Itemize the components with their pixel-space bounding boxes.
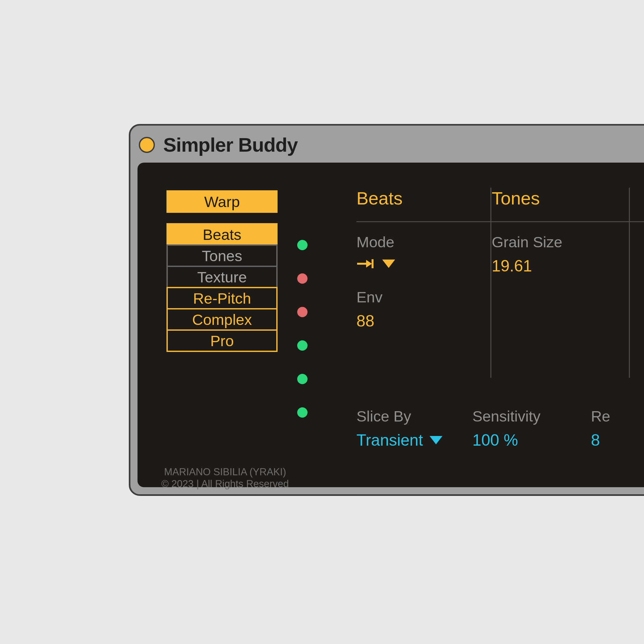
- sliceby-block: Slice By Transient: [356, 407, 472, 450]
- value-regions[interactable]: 8: [591, 431, 644, 450]
- label-mode: Mode: [356, 233, 475, 251]
- value-env[interactable]: 88: [356, 312, 475, 330]
- plugin-window: Simpler Buddy Warp Beats Tones Texture R…: [129, 124, 644, 496]
- chevron-down-icon: [430, 436, 442, 444]
- sliceby-value: Transient: [356, 431, 423, 450]
- heading-beats: Beats: [356, 188, 475, 220]
- heading-tones: Tones: [492, 188, 613, 220]
- value-sensitivity[interactable]: 100 %: [472, 431, 574, 450]
- mode-button-complex[interactable]: Complex: [166, 308, 278, 331]
- svg-marker-1: [366, 260, 372, 268]
- titlebar: Simpler Buddy: [130, 126, 644, 164]
- led-beats: [297, 240, 308, 250]
- transient-loop-icon: [356, 258, 374, 270]
- device-panel: Warp Beats Tones Texture Re-Pitch Comple…: [137, 163, 644, 487]
- mode-button-repitch[interactable]: Re-Pitch: [166, 287, 278, 309]
- device-title: Simpler Buddy: [163, 134, 298, 156]
- sensitivity-block: Sensitivity 100 %: [472, 407, 591, 450]
- label-regions: Re: [591, 407, 644, 425]
- column-tones: Tones Grain Size 19.61: [492, 188, 630, 275]
- sliceby-dropdown[interactable]: Transient: [356, 431, 456, 450]
- credits-line1: MARIANO SIBILIA (YRAKI): [154, 466, 296, 478]
- mode-dropdown[interactable]: [356, 258, 475, 270]
- warp-mode-column: Warp Beats Tones Texture Re-Pitch Comple…: [166, 190, 331, 352]
- label-grain: Grain Size: [492, 233, 613, 251]
- led-texture: [297, 307, 308, 317]
- led-tones: [297, 273, 308, 284]
- mode-button-beats[interactable]: Beats: [166, 223, 278, 246]
- regions-block: Re 8: [591, 407, 644, 450]
- value-grain[interactable]: 19.61: [492, 257, 613, 275]
- chevron-down-icon: [382, 260, 395, 268]
- mode-button-texture[interactable]: Texture: [166, 266, 278, 288]
- column-beats: Beats Mode Env 88: [356, 188, 492, 330]
- led-repitch: [297, 340, 308, 351]
- mode-button-tones[interactable]: Tones: [166, 244, 278, 267]
- label-sliceby: Slice By: [356, 407, 456, 425]
- credits-line2: © 2023 | All Rights Reserved: [154, 478, 296, 490]
- label-env: Env: [356, 288, 475, 306]
- label-sensitivity: Sensitivity: [472, 407, 574, 425]
- device-power-button[interactable]: [139, 137, 155, 153]
- mode-button-pro[interactable]: Pro: [166, 329, 278, 352]
- led-complex: [297, 374, 308, 384]
- warp-button[interactable]: Warp: [166, 190, 278, 213]
- credits: MARIANO SIBILIA (YRAKI) © 2023 | All Rig…: [154, 466, 296, 490]
- led-pro: [297, 407, 308, 418]
- slice-row: Slice By Transient Sensitivity 100 % Re …: [356, 407, 644, 450]
